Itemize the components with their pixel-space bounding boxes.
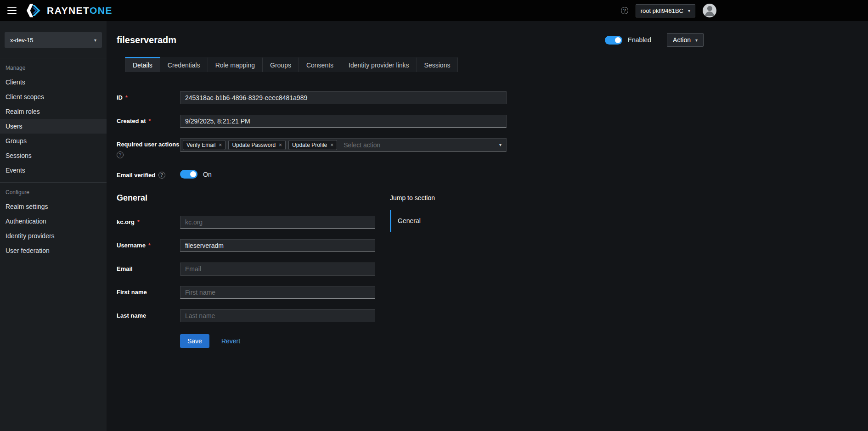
created-at-row: Created at * xyxy=(117,115,868,128)
id-row: ID * xyxy=(117,91,868,104)
tab-role-mapping[interactable]: Role mapping xyxy=(208,57,263,72)
id-field[interactable] xyxy=(180,91,507,104)
sidebar-item-identity-providers[interactable]: Identity providers xyxy=(0,229,107,243)
realm-selector-label: x-dev-15 xyxy=(10,37,34,44)
required-marker: * xyxy=(149,118,151,124)
last-name-label: Last name xyxy=(117,312,146,319)
chip-update-password: Update Password xyxy=(228,140,286,150)
brand-logo: RAYNETONE xyxy=(26,3,113,18)
tab-bar: Details Credentials Role mapping Groups … xyxy=(125,57,704,72)
chip-label: Update Profile xyxy=(292,142,327,148)
email-row: Email xyxy=(117,263,390,275)
brand-primary: RAYNET xyxy=(47,5,90,16)
enabled-group: Enabled xyxy=(605,36,651,45)
required-actions-select[interactable]: Verify Email Update Password Update Prof… xyxy=(180,138,507,151)
tab-credentials[interactable]: Credentials xyxy=(160,57,208,72)
email-verified-row: Email verified On xyxy=(117,169,868,179)
chip-verify-email: Verify Email xyxy=(183,140,225,150)
page-title: fileserveradm xyxy=(117,35,176,45)
sidebar-item-realm-roles[interactable]: Realm roles xyxy=(0,104,107,119)
kc-org-field[interactable] xyxy=(180,216,375,229)
tab-consents[interactable]: Consents xyxy=(299,57,341,72)
username-label: Username * xyxy=(117,242,151,249)
app-root: RAYNETONE root pkfl9461BC x-dev-15 Manag… xyxy=(0,0,868,431)
email-field[interactable] xyxy=(180,263,375,275)
created-at-field[interactable] xyxy=(180,115,507,128)
save-button[interactable]: Save xyxy=(180,334,209,348)
sidebar-item-realm-settings[interactable]: Realm settings xyxy=(0,199,107,214)
first-name-field[interactable] xyxy=(180,286,375,299)
sidebar-section-manage: Manage Clients Client scopes Realm roles… xyxy=(0,58,107,182)
sidebar-item-events[interactable]: Events xyxy=(0,163,107,178)
sidebar-item-authentication[interactable]: Authentication xyxy=(0,214,107,229)
chevron-down-icon xyxy=(94,38,96,43)
last-name-row: Last name xyxy=(117,309,390,322)
id-label: ID * xyxy=(117,94,128,101)
select-placeholder: Select action xyxy=(344,141,380,149)
jump-to-section-title: Jump to section xyxy=(390,193,491,202)
action-dropdown-label: Action xyxy=(673,36,691,44)
tab-identity-provider-links[interactable]: Identity provider links xyxy=(341,57,417,72)
required-marker: * xyxy=(148,242,151,249)
chip-update-profile: Update Profile xyxy=(288,140,337,150)
required-marker: * xyxy=(137,219,140,225)
sidebar-item-sessions[interactable]: Sessions xyxy=(0,148,107,163)
close-icon[interactable] xyxy=(219,142,222,148)
email-label: Email xyxy=(117,265,133,272)
revert-link[interactable]: Revert xyxy=(221,337,240,345)
chevron-down-icon[interactable] xyxy=(499,142,502,147)
close-icon[interactable] xyxy=(330,142,333,148)
first-name-row: First name xyxy=(117,286,390,299)
brand-mark-icon xyxy=(26,3,42,18)
brand-accent: ONE xyxy=(90,5,113,16)
jump-item-general[interactable]: General xyxy=(390,210,491,232)
help-icon[interactable] xyxy=(621,7,628,14)
close-icon[interactable] xyxy=(279,142,282,148)
username-field[interactable] xyxy=(180,239,375,252)
enabled-toggle-label: Enabled xyxy=(628,36,651,44)
email-verified-label: Email verified xyxy=(117,172,165,179)
created-at-label: Created at * xyxy=(117,118,151,124)
sidebar-item-users[interactable]: Users xyxy=(0,119,107,134)
section-label: Configure xyxy=(0,189,107,199)
enabled-toggle[interactable] xyxy=(605,36,622,45)
first-name-label: First name xyxy=(117,289,147,296)
details-form: ID * Created at * xyxy=(107,72,868,431)
sidebar-item-clients[interactable]: Clients xyxy=(0,75,107,90)
general-heading: General xyxy=(117,193,390,203)
brand-text: RAYNETONE xyxy=(47,5,113,16)
required-user-actions-row: Required user actions Verify Email Updat… xyxy=(117,138,868,158)
realm-selector[interactable]: x-dev-15 xyxy=(5,32,102,48)
form-actions: Save Revert xyxy=(180,334,390,348)
username-row: Username * xyxy=(117,239,390,252)
chip-label: Verify Email xyxy=(186,142,215,148)
sidebar: x-dev-15 Manage Clients Client scopes Re… xyxy=(0,21,107,431)
required-user-actions-label: Required user actions xyxy=(117,141,180,148)
help-icon[interactable] xyxy=(158,172,165,179)
required-marker: * xyxy=(125,95,128,101)
email-verified-toggle[interactable] xyxy=(180,170,197,179)
action-dropdown-button[interactable]: Action xyxy=(667,33,704,47)
tab-details[interactable]: Details xyxy=(125,57,160,72)
avatar[interactable] xyxy=(703,4,716,17)
sidebar-item-user-federation[interactable]: User federation xyxy=(0,243,107,258)
tab-groups[interactable]: Groups xyxy=(263,57,299,72)
kc-org-row: kc.org * xyxy=(117,216,390,229)
sidebar-item-groups[interactable]: Groups xyxy=(0,134,107,148)
page-header: fileserveradm Enabled Action Details xyxy=(107,21,868,72)
last-name-field[interactable] xyxy=(180,309,375,322)
sidebar-section-configure: Configure Realm settings Authentication … xyxy=(0,183,107,263)
kc-org-label: kc.org * xyxy=(117,218,140,225)
menu-icon[interactable] xyxy=(7,7,17,14)
main-panel: fileserveradm Enabled Action Details xyxy=(107,21,868,431)
user-menu-label: root pkfl9461BC xyxy=(641,7,683,14)
general-section: General kc.org * xyxy=(117,193,868,348)
chip-label: Update Password xyxy=(232,142,276,148)
tab-sessions[interactable]: Sessions xyxy=(417,57,458,72)
email-verified-state: On xyxy=(203,171,212,178)
user-menu-button[interactable]: root pkfl9461BC xyxy=(636,4,695,17)
jump-to-section: Jump to section General xyxy=(390,193,491,348)
chevron-down-icon xyxy=(695,38,698,43)
help-icon[interactable] xyxy=(117,151,124,158)
sidebar-item-client-scopes[interactable]: Client scopes xyxy=(0,90,107,104)
